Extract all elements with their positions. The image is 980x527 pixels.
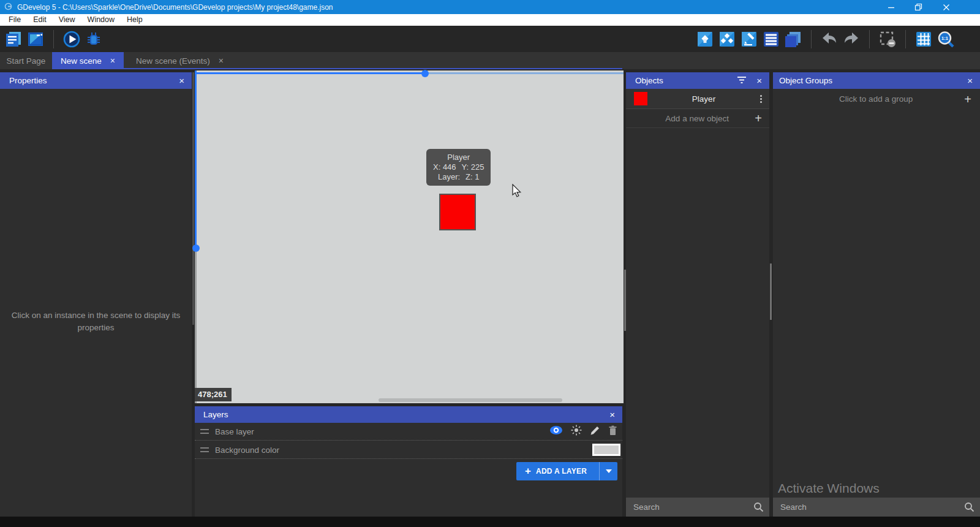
tooltip-layer: Layer: (438, 172, 460, 182)
menu-file[interactable]: File (2, 14, 27, 26)
add-object-row[interactable]: Add a new object + (626, 109, 769, 128)
tab-new-scene[interactable]: New scene × (52, 52, 124, 69)
properties-title: Properties (9, 76, 179, 85)
object-groups-title: Object Groups (779, 76, 967, 85)
tab-new-scene-events[interactable]: New scene (Events) × (129, 52, 231, 69)
scene-canvas[interactable]: Player X: 446 Y: 225 Layer: Z: 1 478;261 (195, 70, 624, 403)
close-icon[interactable]: × (756, 76, 762, 85)
object-groups-search-bar (773, 498, 980, 517)
object-groups-body: Activate Windows Go to Settings to activ… (773, 89, 980, 517)
restore-button[interactable] (905, 0, 932, 14)
canvas-vscrollbar-track[interactable] (195, 248, 197, 403)
menu-window[interactable]: Window (81, 14, 121, 26)
effects-icon[interactable] (571, 425, 582, 438)
properties-panel-icon[interactable] (741, 31, 758, 48)
layer-name: Base layer (215, 427, 549, 436)
add-group-row[interactable]: Click to add a group + (773, 89, 980, 109)
close-button[interactable] (932, 0, 960, 14)
tab-close-icon[interactable]: × (219, 56, 224, 65)
open-window-icon[interactable] (27, 31, 44, 48)
project-manager-icon[interactable] (5, 31, 22, 48)
canvas-bottom-scroll-thumb[interactable] (379, 398, 562, 402)
layer-name: Background color (215, 445, 592, 455)
editor-tabs: Start Page New scene × New scene (Events… (0, 52, 980, 69)
canvas-hscrollbar[interactable] (195, 72, 425, 74)
search-icon (964, 502, 974, 512)
play-preview-icon[interactable] (63, 31, 80, 48)
object-list-item[interactable]: Player (626, 89, 769, 109)
svg-text:1:1: 1:1 (941, 36, 948, 41)
object-name: Player (647, 94, 760, 104)
gdevelop-window: GDevelop 5 - C:\Users\Sparkle\OneDrive\D… (0, 0, 980, 527)
toolbar: 1:1 (0, 26, 980, 52)
tooltip-object-name: Player (433, 153, 484, 162)
tab-close-icon[interactable]: × (110, 56, 115, 65)
undo-icon[interactable] (821, 31, 838, 48)
close-icon[interactable]: × (179, 76, 184, 85)
clear-selection-icon[interactable] (879, 31, 896, 48)
cursor-coordinates-badge: 478;261 (195, 388, 232, 401)
canvas-hscrollbar-track[interactable] (425, 72, 624, 74)
layers-header: Layers × (195, 406, 622, 423)
background-color-swatch[interactable] (592, 444, 620, 456)
add-layer-button[interactable]: + ADD A LAYER (516, 462, 617, 480)
redo-icon[interactable] (843, 31, 860, 48)
delete-trash-icon[interactable] (608, 425, 617, 438)
drag-handle-icon[interactable] (200, 429, 209, 434)
objects-header: Objects × (626, 72, 769, 89)
canvas-vscroll-handle[interactable] (192, 245, 200, 252)
tab-start-page[interactable]: Start Page (0, 52, 52, 69)
layers-panel: Layers × Base layer (195, 406, 622, 517)
chevron-down-icon (606, 469, 612, 473)
gdevelop-logo-icon (4, 2, 12, 13)
visibility-eye-icon[interactable] (549, 425, 563, 438)
tooltip-x: X: 446 (433, 162, 456, 172)
debug-icon[interactable] (85, 31, 102, 48)
edit-pencil-icon[interactable] (590, 425, 600, 438)
object-groups-search-input[interactable] (773, 498, 980, 517)
layers-title: Layers (203, 410, 609, 419)
properties-panel: Properties × Click on an instance in the… (0, 69, 192, 517)
close-icon[interactable]: × (609, 409, 615, 420)
objects-search-bar (626, 498, 769, 517)
object-groups-panel: Object Groups × Activate Windows Go to S… (773, 69, 980, 517)
scrollbar-thumb[interactable] (192, 72, 194, 325)
grid-icon[interactable] (915, 31, 932, 48)
instances-list-icon[interactable] (763, 31, 780, 48)
layer-row-background[interactable]: Background color (195, 441, 622, 459)
search-icon (753, 502, 764, 512)
properties-body: Click on an instance in the scene to dis… (0, 89, 192, 517)
objects-title: Objects (635, 76, 737, 85)
canvas-vscrollbar[interactable] (195, 70, 197, 248)
objects-body (626, 89, 769, 517)
zoom-1-1-icon[interactable]: 1:1 (937, 31, 954, 48)
mouse-cursor (511, 184, 524, 200)
close-icon[interactable]: × (967, 76, 973, 85)
filter-icon[interactable] (737, 75, 747, 86)
menu-view[interactable]: View (53, 14, 81, 26)
objects-panel-icon[interactable] (696, 31, 714, 48)
menu-bar: File Edit View Window Help (0, 14, 980, 26)
plus-icon: + (755, 112, 762, 124)
layer-row-base[interactable]: Base layer (195, 423, 622, 441)
scrollbar-thumb[interactable] (770, 264, 772, 320)
object-groups-panel-icon[interactable] (718, 31, 736, 48)
drag-handle-icon[interactable] (200, 447, 209, 452)
plus-icon: + (525, 465, 531, 477)
tooltip-z: Z: 1 (466, 172, 479, 182)
layers-panel-icon[interactable] (785, 31, 802, 48)
menu-edit[interactable]: Edit (27, 14, 53, 26)
window-bottom-edge (0, 517, 980, 527)
objects-panel: Objects × Player Add a new object + (626, 69, 769, 517)
instance-tooltip: Player X: 446 Y: 225 Layer: Z: 1 (426, 149, 491, 186)
title-bar: GDevelop 5 - C:\Users\Sparkle\OneDrive\D… (0, 0, 980, 14)
menu-help[interactable]: Help (121, 14, 149, 26)
objects-search-input[interactable] (626, 498, 769, 517)
player-instance[interactable] (439, 194, 476, 230)
minimize-button[interactable] (877, 0, 905, 14)
plus-icon: + (964, 93, 971, 105)
properties-empty-message: Click on an instance in the scene to dis… (0, 309, 192, 334)
add-layer-dropdown[interactable] (599, 462, 617, 480)
canvas-hscroll-handle[interactable] (421, 70, 429, 77)
kebab-menu-icon[interactable] (760, 95, 762, 103)
